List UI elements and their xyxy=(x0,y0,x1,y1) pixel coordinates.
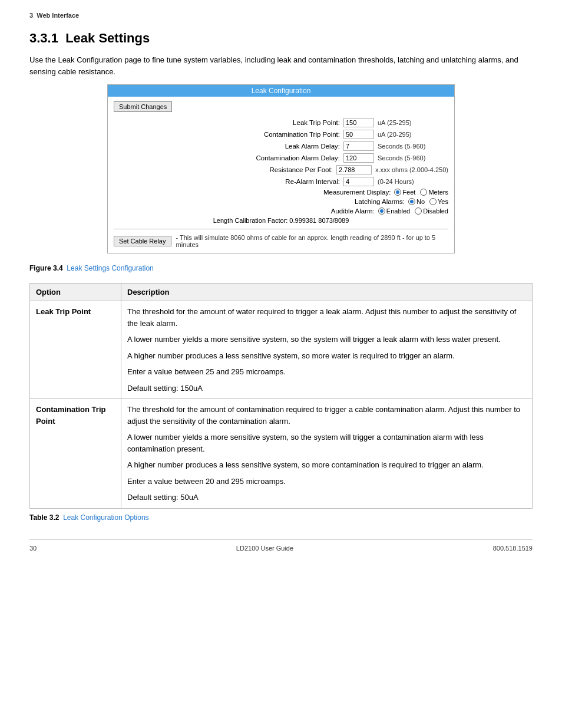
submit-changes-button[interactable]: Submit Changes xyxy=(114,101,172,112)
footer-page-number: 30 xyxy=(29,545,37,552)
figure-caption: Figure 3.4 Leak Settings Configuration xyxy=(29,264,533,272)
leak-desc-3: A higher number produces a less sensitiv… xyxy=(127,350,526,362)
latching-no-label: No xyxy=(416,198,425,205)
breadcrumb-text: Web Interface xyxy=(37,12,79,19)
figure-label: Figure 3.4 xyxy=(29,264,63,272)
set-cable-relay-button[interactable]: Set Cable Relay xyxy=(114,236,171,246)
table-row: Contamination TripPoint The threshold fo… xyxy=(30,399,533,509)
resistance-per-foot-hint: x.xxx ohms (2.000-4.250) xyxy=(375,166,448,173)
breadcrumb: 3 Web Interface xyxy=(29,12,533,19)
leak-desc-2: A lower number yields a more sensitive s… xyxy=(127,334,526,345)
measurement-meters-label: Meters xyxy=(428,189,448,196)
measurement-display-row: Measurement Display: Feet Meters xyxy=(114,189,448,196)
contamination-trip-point-row: Contamination Trip Point: uA (20-295) xyxy=(114,130,448,139)
resistance-per-foot-row: Resistance Per Foot: x.xxx ohms (2.000-4… xyxy=(114,165,448,174)
resistance-per-foot-label: Resistance Per Foot: xyxy=(215,166,333,173)
leak-trip-point-hint: uA (25-295) xyxy=(378,119,448,126)
measurement-display-label: Measurement Display: xyxy=(273,189,391,196)
contamination-trip-point-desc: The threshold for the amount of contamin… xyxy=(121,399,533,509)
latching-yes-radio[interactable] xyxy=(429,198,437,205)
leak-desc-1: The threshold for the amount of water re… xyxy=(127,306,526,329)
re-alarm-interval-row: Re-Alarm Interval: (0-24 Hours) xyxy=(114,177,448,186)
audible-alarm-row: Audible Alarm: Enabled Disabled xyxy=(114,207,448,215)
section-heading: Leak Settings xyxy=(65,31,150,45)
leak-trip-point-option: Leak Trip Point xyxy=(30,301,121,399)
leak-alarm-delay-input[interactable] xyxy=(343,141,374,151)
contamination-alarm-delay-hint: Seconds (5-960) xyxy=(378,154,448,162)
leak-trip-point-label: Leak Trip Point: xyxy=(222,119,340,126)
contamination-alarm-delay-input[interactable] xyxy=(343,153,374,163)
table-row: Leak Trip Point The threshold for the am… xyxy=(30,301,533,399)
leak-trip-point-row: Leak Trip Point: uA (25-295) xyxy=(114,118,448,127)
relay-row: Set Cable Relay - This will simulate 806… xyxy=(114,234,448,248)
audible-enabled-label: Enabled xyxy=(386,207,410,215)
measurement-meters-option[interactable]: Meters xyxy=(420,189,448,196)
option-column-header: Option xyxy=(30,284,121,301)
contamination-alarm-delay-row: Contamination Alarm Delay: Seconds (5-96… xyxy=(114,153,448,163)
intro-text: Use the Leak Configuration page to fine … xyxy=(29,54,533,77)
audible-disabled-radio[interactable] xyxy=(415,207,422,215)
measurement-feet-radio[interactable] xyxy=(394,189,401,196)
leak-alarm-delay-row: Leak Alarm Delay: Seconds (5-960) xyxy=(114,141,448,151)
config-panel-header: Leak Configuration xyxy=(108,85,454,97)
contamination-alarm-delay-label: Contamination Alarm Delay: xyxy=(222,154,340,162)
cont-desc-4: Enter a value between 20 and 295 microam… xyxy=(127,476,526,487)
latching-alarms-label: Latching Alarms: xyxy=(287,198,405,205)
table-header-row: Option Description xyxy=(30,284,533,301)
footer-center: LD2100 User Guide xyxy=(236,545,293,552)
leak-alarm-delay-hint: Seconds (5-960) xyxy=(378,143,448,150)
figure-title: Leak Settings Configuration xyxy=(67,264,153,272)
cont-desc-2: A lower number yields a more sensitive s… xyxy=(127,431,526,454)
leak-alarm-delay-label: Leak Alarm Delay: xyxy=(222,143,340,150)
calibration-text: Length Calibration Factor: 0.999381 8073… xyxy=(213,217,349,224)
leak-desc-4: Enter a value between 25 and 295 microam… xyxy=(127,366,526,378)
audible-alarm-label: Audible Alarm: xyxy=(257,207,375,215)
audible-disabled-label: Disabled xyxy=(423,207,448,215)
config-panel: Leak Configuration Submit Changes Leak T… xyxy=(107,84,455,253)
leak-trip-point-desc: The threshold for the amount of water re… xyxy=(121,301,533,399)
latching-no-option[interactable]: No xyxy=(408,198,425,205)
latching-yes-option[interactable]: Yes xyxy=(429,198,448,205)
options-table: Option Description Leak Trip Point The t… xyxy=(29,283,533,509)
measurement-meters-radio[interactable] xyxy=(420,189,427,196)
contamination-trip-point-option: Contamination TripPoint xyxy=(30,399,121,509)
breadcrumb-number: 3 xyxy=(29,12,33,19)
audible-enabled-option[interactable]: Enabled xyxy=(378,207,410,215)
latching-no-radio[interactable] xyxy=(408,198,415,205)
table-label: Table 3.2 xyxy=(29,513,59,522)
section-number: 3.3.1 xyxy=(29,31,58,45)
separator xyxy=(114,229,448,229)
latching-alarms-group: No Yes xyxy=(408,198,448,205)
resistance-per-foot-input[interactable] xyxy=(336,165,372,174)
measurement-display-group: Feet Meters xyxy=(394,189,448,196)
re-alarm-interval-hint: (0-24 Hours) xyxy=(378,178,448,185)
re-alarm-interval-label: Re-Alarm Interval: xyxy=(222,178,340,185)
calibration-row: Length Calibration Factor: 0.999381 8073… xyxy=(114,217,448,224)
measurement-feet-option[interactable]: Feet xyxy=(394,189,415,196)
audible-enabled-radio[interactable] xyxy=(378,207,385,215)
audible-alarm-group: Enabled Disabled xyxy=(378,207,448,215)
leak-trip-point-input[interactable] xyxy=(343,118,374,127)
section-title: 3.3.1 Leak Settings xyxy=(29,31,533,46)
contamination-trip-point-hint: uA (20-295) xyxy=(378,131,448,138)
footer: 30 LD2100 User Guide 800.518.1519 xyxy=(29,539,533,552)
table-title: Leak Configuration Options xyxy=(63,513,148,522)
cont-desc-5: Default setting: 50uA xyxy=(127,492,526,503)
re-alarm-interval-input[interactable] xyxy=(343,177,374,186)
cont-desc-3: A higher number produces a less sensitiv… xyxy=(127,459,526,471)
footer-right: 800.518.1519 xyxy=(493,545,533,552)
cont-desc-1: The threshold for the amount of contamin… xyxy=(127,404,526,427)
latching-yes-label: Yes xyxy=(438,198,448,205)
table-caption: Table 3.2 Leak Configuration Options xyxy=(29,513,533,522)
measurement-feet-label: Feet xyxy=(402,189,415,196)
audible-disabled-option[interactable]: Disabled xyxy=(415,207,448,215)
description-column-header: Description xyxy=(121,284,533,301)
leak-desc-5: Default setting: 150uA xyxy=(127,383,526,394)
contamination-trip-point-label: Contamination Trip Point: xyxy=(222,131,340,138)
contamination-trip-point-input[interactable] xyxy=(343,130,374,139)
relay-description: - This will simulate 8060 ohms of cable … xyxy=(176,234,449,248)
latching-alarms-row: Latching Alarms: No Yes xyxy=(114,198,448,205)
